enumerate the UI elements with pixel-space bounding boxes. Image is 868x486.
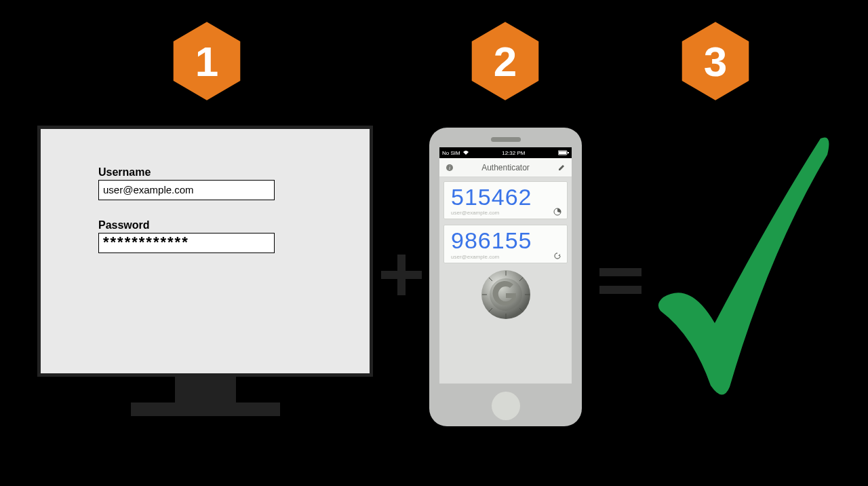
monitor-screen: Username user@example.com Password *****… [37,126,373,377]
plus-icon [381,255,422,295]
monitor-neck [175,377,236,403]
step-number-1: 1 [170,20,244,102]
username-field[interactable]: user@example.com [98,180,275,200]
app-title: Authenticator [454,163,557,172]
code-account-1: user@example.com [451,210,560,216]
phone-screen: No SIM 12:32 PM i A [439,147,572,384]
phone-speaker [491,137,521,142]
code-value-2: 986155 [451,228,560,253]
password-field[interactable]: ************ [98,233,275,253]
two-factor-diagram: 1 2 3 Username user@example.com Password… [0,0,868,486]
timer-icon [553,206,561,214]
svg-rect-6 [559,151,566,154]
checkmark-icon [650,129,833,400]
app-toolbar: i Authenticator [439,158,572,177]
edit-icon[interactable] [557,163,566,172]
password-label: Password [98,219,322,231]
phone-home-button[interactable] [492,392,520,420]
code-card-1[interactable]: 515462 user@example.com [443,181,568,219]
clock-text: 12:32 PM [502,150,525,156]
wifi-icon [462,150,469,155]
codes-list: 515462 user@example.com 986155 user@exam… [439,177,572,320]
refresh-icon[interactable] [553,250,561,259]
step-badge-1: 1 [170,20,244,102]
info-icon[interactable]: i [445,163,454,172]
step-badge-2: 2 [468,20,542,102]
carrier-text: No SIM [442,150,460,156]
svg-rect-4 [381,271,422,279]
code-value-1: 515462 [451,185,560,210]
step-number-3: 3 [678,20,753,102]
svg-text:i: i [449,165,450,171]
step-badge-3: 3 [678,20,753,102]
svg-rect-7 [568,152,569,153]
code-account-2: user@example.com [451,254,560,260]
monitor-base [131,403,280,416]
equals-icon [599,268,642,303]
code-card-2[interactable]: 986155 user@example.com [443,225,568,263]
phone: No SIM 12:32 PM i A [429,128,582,426]
monitor: Username user@example.com Password *****… [37,126,373,416]
phone-status-bar: No SIM 12:32 PM [439,147,572,158]
step-number-2: 2 [468,20,542,102]
username-label: Username [98,166,322,179]
authenticator-logo [443,269,568,320]
battery-icon [558,150,569,155]
